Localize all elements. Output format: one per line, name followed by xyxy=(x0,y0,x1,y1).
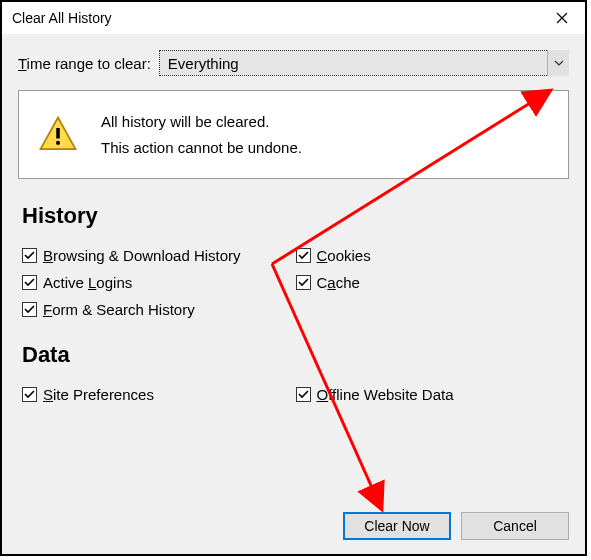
close-button[interactable] xyxy=(539,2,585,34)
warning-box: All history will be cleared. This action… xyxy=(18,90,569,179)
checkbox-icon xyxy=(296,275,311,290)
checkbox-site-preferences[interactable]: Site Preferences xyxy=(22,386,296,403)
svg-rect-0 xyxy=(56,128,60,139)
checkbox-browsing-history[interactable]: Browsing & Download History xyxy=(22,247,296,264)
checkbox-icon xyxy=(22,387,37,402)
cancel-button[interactable]: Cancel xyxy=(461,512,569,540)
checkbox-offline-website-data[interactable]: Offline Website Data xyxy=(296,386,570,403)
section-heading-history: History xyxy=(22,203,569,229)
time-range-select[interactable]: Everything xyxy=(159,50,569,76)
clear-now-button[interactable]: Clear Now xyxy=(343,512,451,540)
time-range-select-wrap: Everything xyxy=(159,50,569,76)
checkbox-label: Cache xyxy=(317,274,360,291)
checkbox-icon xyxy=(22,302,37,317)
time-range-value: Everything xyxy=(168,55,239,72)
warning-text: All history will be cleared. This action… xyxy=(101,109,302,160)
checkbox-cache[interactable]: Cache xyxy=(296,274,570,291)
checkbox-icon xyxy=(296,387,311,402)
checkbox-label: Browsing & Download History xyxy=(43,247,241,264)
checkbox-icon xyxy=(22,248,37,263)
warning-line2: This action cannot be undone. xyxy=(101,135,302,161)
titlebar: Clear All History xyxy=(2,2,585,34)
time-range-row: Time range to clear: Everything xyxy=(18,50,569,76)
section-heading-data: Data xyxy=(22,342,569,368)
checkbox-icon xyxy=(22,275,37,290)
history-grid: Browsing & Download History Cookies Acti… xyxy=(22,247,569,318)
time-range-label: Time range to clear: xyxy=(18,55,151,72)
dialog-window: Clear All History Time range to clear: E… xyxy=(0,0,587,556)
warning-line1: All history will be cleared. xyxy=(101,109,302,135)
checkbox-cookies[interactable]: Cookies xyxy=(296,247,570,264)
checkbox-form-search-history[interactable]: Form & Search History xyxy=(22,301,296,318)
button-row: Clear Now Cancel xyxy=(343,512,569,540)
checkbox-label: Active Logins xyxy=(43,274,132,291)
warning-icon xyxy=(37,114,79,156)
window-title: Clear All History xyxy=(12,10,112,26)
checkbox-label: Cookies xyxy=(317,247,371,264)
svg-point-1 xyxy=(56,140,60,144)
checkbox-icon xyxy=(296,248,311,263)
data-grid: Site Preferences Offline Website Data xyxy=(22,386,569,403)
close-icon xyxy=(556,12,568,24)
dialog-content: Time range to clear: Everything All hist… xyxy=(2,34,585,433)
checkbox-active-logins[interactable]: Active Logins xyxy=(22,274,296,291)
checkbox-label: Offline Website Data xyxy=(317,386,454,403)
checkbox-label: Form & Search History xyxy=(43,301,195,318)
checkbox-label: Site Preferences xyxy=(43,386,154,403)
